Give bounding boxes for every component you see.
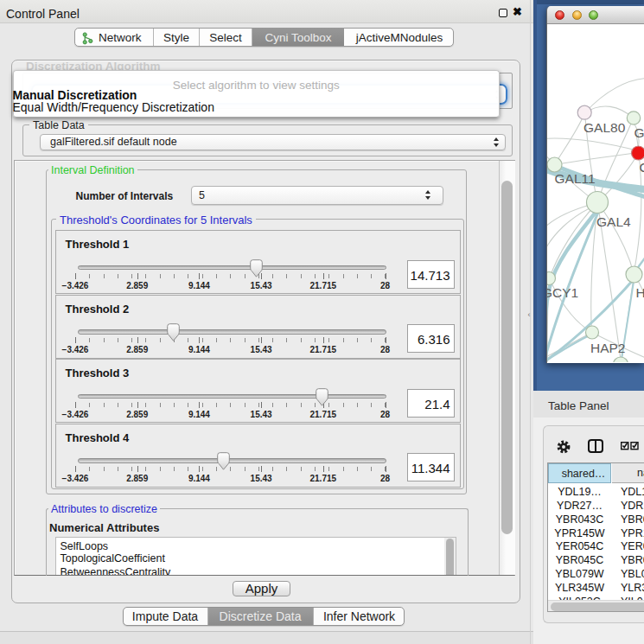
svg-text:GA: GA xyxy=(634,125,644,140)
svg-text:H: H xyxy=(635,285,644,300)
svg-text:HAP2: HAP2 xyxy=(590,340,626,354)
svg-text:GAL80: GAL80 xyxy=(583,119,626,134)
svg-text:GAL4: GAL4 xyxy=(596,214,631,229)
svg-text:GCY1: GCY1 xyxy=(547,285,578,300)
svg-text:GAL11: GAL11 xyxy=(554,170,595,185)
svg-text:C: C xyxy=(639,159,644,174)
